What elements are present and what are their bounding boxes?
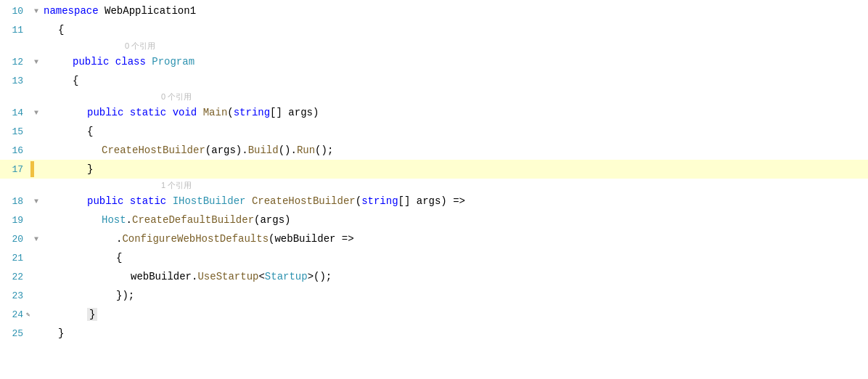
line-23: 23 });: [0, 286, 868, 305]
line-21: 21 {: [0, 248, 868, 267]
line-22: 22 webBuilder.UseStartup<Startup>();: [0, 267, 868, 286]
line-content-18: public static IHostBuilder CreateHostBui…: [42, 195, 868, 207]
line-number-21: 21: [0, 253, 30, 264]
line-13: 13 {: [0, 71, 868, 90]
line-number-22: 22: [0, 272, 30, 282]
fold-icon-10[interactable]: ▼: [30, 7, 42, 15]
line-16: 16 CreateHostBuilder(args).Build().Run()…: [0, 141, 868, 160]
line-content-12: public class Program: [42, 56, 868, 68]
hint-text-12: 0 个引用: [0, 41, 155, 52]
line-number-13: 13: [0, 76, 30, 86]
hint-text-18: 1 个引用: [0, 180, 192, 191]
line-11: 11 {: [0, 20, 868, 39]
hint-text-14: 0 个引用: [0, 91, 192, 102]
line-18: 18 ▼ public static IHostBuilder CreateHo…: [0, 192, 868, 211]
line-24: 24✎ }: [0, 305, 868, 324]
line-content-15: {: [42, 126, 868, 137]
line-number-16: 16: [0, 145, 30, 156]
fold-icon-20[interactable]: ▼: [30, 235, 42, 243]
line-number-15: 15: [0, 126, 30, 137]
line-20: 20 ▼ .ConfigureWebHostDefaults(webBuilde…: [0, 229, 868, 248]
line-number-14: 14: [0, 107, 30, 118]
line-15: 15 {: [0, 122, 868, 141]
line-content-17: }: [42, 163, 868, 175]
bookmark-17: [30, 161, 34, 177]
code-lines: 10 ▼ namespace WebApplication1 11 { 0 个引…: [0, 0, 868, 343]
line-number-19: 19: [0, 215, 30, 226]
hint-18: 1 个引用: [0, 179, 868, 192]
line-number-24: 24✎: [0, 309, 30, 320]
line-number-18: 18: [0, 196, 30, 207]
line-number-17: 17: [0, 164, 30, 175]
line-17: 17 }: [0, 160, 868, 179]
code-editor: 10 ▼ namespace WebApplication1 11 { 0 个引…: [0, 0, 868, 379]
hint-14: 0 个引用: [0, 90, 868, 103]
line-content-23: });: [42, 290, 868, 301]
line-content-13: {: [42, 75, 868, 86]
fold-icon-14[interactable]: ▼: [30, 109, 42, 117]
line-25: 25 }: [0, 324, 868, 343]
line-content-20: .ConfigureWebHostDefaults(webBuilder =>: [42, 233, 868, 245]
line-content-11: {: [42, 24, 868, 36]
hint-12: 0 个引用: [0, 39, 868, 52]
fold-icon-12[interactable]: ▼: [30, 58, 42, 66]
line-number-20: 20: [0, 234, 30, 245]
line-content-25: }: [42, 327, 868, 339]
line-number-25: 25: [0, 328, 30, 339]
line-number-12: 12: [0, 57, 30, 68]
line-number-23: 23: [0, 290, 30, 301]
line-number-11: 11: [0, 25, 30, 36]
line-content-16: CreateHostBuilder(args).Build().Run();: [42, 144, 868, 156]
line-content-22: webBuilder.UseStartup<Startup>();: [42, 271, 868, 282]
line-10: 10 ▼ namespace WebApplication1: [0, 1, 868, 20]
fold-icon-18[interactable]: ▼: [30, 197, 42, 205]
line-content-14: public static void Main(string[] args): [42, 107, 868, 118]
line-content-19: Host.CreateDefaultBuilder(args): [42, 214, 868, 226]
line-content-10: namespace WebApplication1: [42, 5, 868, 17]
line-content-21: {: [42, 252, 868, 264]
line-content-24: }: [42, 309, 868, 320]
line-14: 14 ▼ public static void Main(string[] ar…: [0, 103, 868, 122]
line-12: 12 ▼ public class Program: [0, 52, 868, 71]
line-number-10: 10: [0, 6, 30, 17]
line-19: 19 Host.CreateDefaultBuilder(args): [0, 211, 868, 229]
